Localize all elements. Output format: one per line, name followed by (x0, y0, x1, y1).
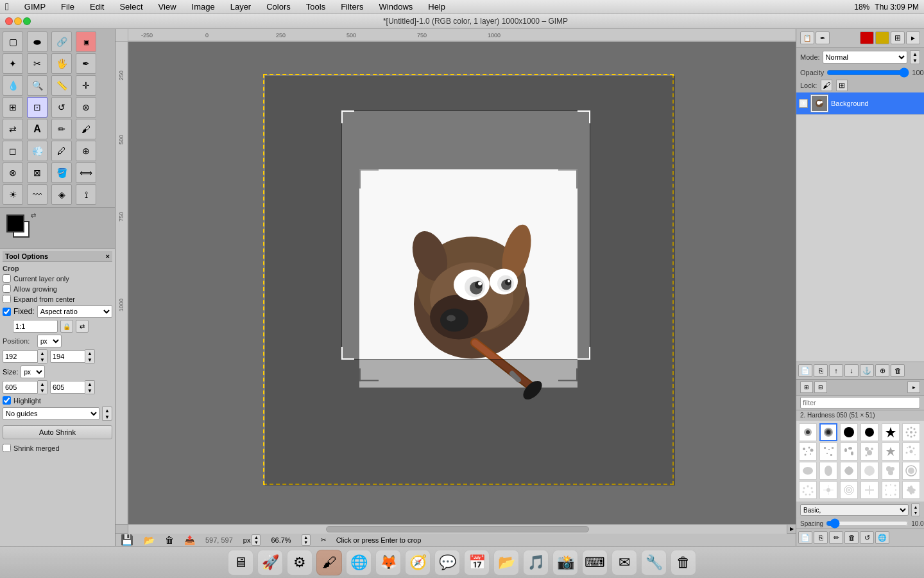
fixed-select[interactable]: Aspect ratio (37, 305, 112, 318)
new-layer-button[interactable]: 📄 (798, 364, 812, 377)
brush-cell-circle-large[interactable] (840, 423, 858, 441)
shrink-merged-checkbox[interactable] (3, 444, 11, 452)
menu-colors[interactable]: Colors (264, 2, 293, 12)
tool-crop[interactable]: ⊡ (27, 97, 47, 118)
tool-transform[interactable]: ⊛ (76, 97, 96, 118)
gradients-button[interactable]: ⊟ (814, 381, 827, 393)
size-h-up[interactable]: ▲ (85, 381, 94, 387)
delete-layer-button[interactable]: 🗑 (891, 364, 905, 377)
brushes-expand-button[interactable]: ▸ (907, 381, 920, 393)
tool-warp[interactable]: ⟟ (76, 184, 96, 205)
brush-cell-scatter3[interactable] (840, 442, 858, 460)
brush-category-down[interactable]: ▼ (912, 510, 920, 516)
brush-cell-circle-medium[interactable] (860, 423, 878, 441)
menu-select[interactable]: Select (117, 2, 145, 12)
merge-layer-button[interactable]: ⊕ (875, 364, 889, 377)
expand-from-center-checkbox[interactable] (3, 295, 11, 303)
grid-view-button[interactable]: ⊞ (891, 31, 905, 44)
tool-move[interactable]: ✛ (76, 75, 96, 96)
channels-button[interactable]: 📋 (800, 31, 814, 44)
trash-button[interactable]: 🗑 (165, 535, 174, 545)
size-h-input[interactable] (50, 381, 85, 394)
dock-safari[interactable]: 🧭 (405, 550, 431, 575)
brush-cell-star[interactable] (882, 423, 900, 441)
tool-dodge[interactable]: ☀ (3, 184, 23, 205)
tool-foreground-select[interactable]: 🖐 (51, 53, 72, 74)
mode-select[interactable]: Normal (823, 51, 907, 64)
maximize-button[interactable] (23, 17, 31, 25)
brush-cell-blob1[interactable] (799, 462, 817, 480)
patterns-button[interactable]: ⊞ (800, 381, 813, 393)
layer-item-background[interactable]: 👁 Background (796, 92, 924, 115)
tool-flip[interactable]: ⇄ (3, 119, 23, 139)
tool-color-select[interactable]: ▣ (76, 31, 96, 52)
tool-ellipse-select[interactable]: ⬬ (27, 31, 47, 52)
dock-photos[interactable]: 📸 (552, 550, 578, 575)
delete-brush-button[interactable]: 🗑 (844, 531, 859, 544)
opacity-slider[interactable] (826, 68, 909, 77)
brush-cell-scatter4[interactable] (860, 442, 878, 460)
tool-scissors[interactable]: ✂ (27, 53, 47, 74)
menu-filters[interactable]: Filters (338, 2, 366, 12)
dock-trash[interactable]: 🗑 (671, 550, 696, 575)
brush-cell-blob6[interactable] (902, 462, 920, 480)
brush-cell-scatter1[interactable] (799, 442, 817, 460)
minimize-button[interactable] (14, 17, 22, 25)
crop-handle-bl[interactable] (341, 347, 354, 360)
size-w-input[interactable] (3, 381, 38, 394)
status-zoom-down[interactable]: ▼ (302, 540, 310, 545)
brush-cell-blob5[interactable] (882, 462, 900, 480)
dock-music[interactable]: 🎵 (523, 550, 549, 575)
aspect-lock-button[interactable]: 🔒 (60, 320, 73, 333)
position-y-input[interactable] (50, 350, 85, 363)
tool-airbrush[interactable]: 💨 (27, 141, 47, 161)
position-y-up[interactable]: ▲ (85, 350, 94, 356)
tool-blend[interactable]: ⟺ (76, 162, 96, 183)
dock-launchpad[interactable]: 🚀 (257, 550, 283, 575)
tool-smudge[interactable]: 〰 (27, 184, 47, 205)
size-h-down[interactable]: ▼ (85, 387, 94, 394)
mode-up[interactable]: ▲ (911, 51, 920, 57)
status-unit-up[interactable]: ▲ (252, 535, 260, 540)
aspect-swap-button[interactable]: ⇄ (76, 320, 89, 333)
document-canvas[interactable] (263, 74, 674, 485)
tool-measure[interactable]: 📏 (51, 75, 72, 96)
layers-expand-button[interactable]: ▸ (906, 31, 920, 44)
brush-cell-scatter6[interactable] (902, 442, 920, 460)
layer-visibility-eye[interactable]: 👁 (799, 99, 808, 108)
menu-windows[interactable]: Windows (377, 2, 416, 12)
dock-chrome[interactable]: 🌐 (346, 550, 372, 575)
brush-cell-splat6[interactable] (902, 481, 920, 499)
menu-gimp[interactable]: GIMP (22, 2, 48, 12)
spacing-slider[interactable] (826, 520, 909, 527)
color-swap-icon[interactable]: ⇄ (31, 212, 36, 219)
tool-clone[interactable]: ⊕ (76, 141, 96, 161)
menu-view[interactable]: View (156, 2, 179, 12)
edit-brush-button[interactable]: ✏ (829, 531, 843, 544)
dock-finder[interactable]: 🖥 (228, 550, 253, 575)
brush-cell-splat2[interactable] (819, 481, 837, 499)
brush-cell-hardness-050[interactable] (819, 423, 837, 441)
dock-messages[interactable]: 💬 (434, 550, 460, 575)
auto-shrink-button[interactable]: Auto Shrink (3, 425, 112, 439)
tool-options-close[interactable]: × (106, 252, 110, 260)
brush-cell-plus-small[interactable] (902, 423, 920, 441)
menu-image[interactable]: Image (189, 2, 218, 12)
position-x-down[interactable]: ▼ (38, 356, 47, 363)
tool-eraser[interactable]: ◻ (3, 141, 23, 161)
brush-cell-scatter5[interactable] (882, 442, 900, 460)
h-scrollbar[interactable]: ▶ (116, 524, 796, 533)
status-zoom-up[interactable]: ▲ (302, 535, 310, 540)
canvas-viewport[interactable] (141, 55, 796, 524)
tool-pencil[interactable]: ✏ (51, 119, 72, 139)
tool-rect-select[interactable]: ▢ (3, 31, 23, 52)
aspect-ratio-input[interactable] (13, 320, 58, 333)
tool-ink[interactable]: 🖊 (51, 141, 72, 161)
size-w-up[interactable]: ▲ (38, 381, 47, 387)
size-unit-select[interactable]: px (21, 365, 45, 378)
tool-fuzzy-select[interactable]: ✦ (3, 53, 23, 74)
export-button[interactable]: 📤 (184, 535, 195, 545)
crop-handle-tl[interactable] (341, 110, 354, 123)
brush-cell-fuzzy-small[interactable] (799, 423, 817, 441)
fixed-checkbox[interactable] (3, 308, 11, 316)
